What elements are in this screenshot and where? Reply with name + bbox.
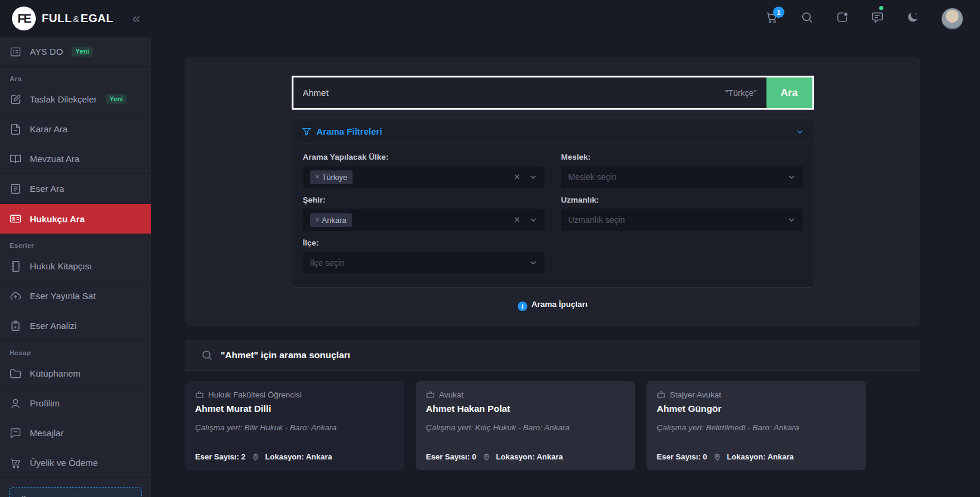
country-label: Arama Yapılacak Ülke: [303, 153, 545, 161]
search-submit-button[interactable]: Ara [766, 77, 812, 108]
lawyer-name: Ahmet Güngör [657, 403, 856, 414]
notifications-button[interactable] [836, 12, 849, 25]
main-content: "Türkçe" Ara Arama Filtreleri Arama Yapı… [151, 37, 980, 497]
sidebar: AYS DO Yeni Ara Taslak Dilekçeler Yeni K… [0, 37, 151, 497]
map-pin-icon [482, 452, 491, 461]
specialty-select[interactable]: Uzmanlık seçin [561, 209, 803, 231]
chevron-down-icon[interactable] [529, 259, 537, 267]
sidebar-item-profilim[interactable]: Profilim [0, 389, 151, 418]
info-icon: i [518, 302, 527, 311]
logo[interactable]: FE FULL&EGAL « [0, 7, 151, 30]
workplace-text: Çalışma yeri: Bilir Hukuk - Baro: Ankara [195, 423, 394, 432]
collapse-sidebar-icon[interactable]: « [132, 11, 140, 26]
sidebar-item-eser-analizi[interactable]: Eser Analizi [0, 311, 151, 341]
lawyer-name: Ahmet Hakan Polat [426, 403, 625, 414]
chat-icon [10, 427, 21, 439]
chevron-down-icon[interactable] [787, 216, 796, 224]
sidebar-item-ays-do[interactable]: AYS DO Yeni [0, 37, 151, 67]
clear-select-icon[interactable]: × [514, 172, 520, 182]
chevron-down-icon[interactable] [529, 173, 537, 181]
map-pin-icon [713, 452, 722, 461]
remove-tag-icon[interactable]: × [316, 173, 320, 181]
filter-body: Arama Yapılacak Ülke: ×Türkiye × Şehir: … [292, 144, 814, 287]
profession-label: Stajyer Avukat [670, 390, 721, 399]
sidebar-item-eser-ara[interactable]: Eser Ara [0, 174, 151, 204]
dark-mode-toggle[interactable] [906, 12, 919, 25]
sidebar-item-label: Eser Yayınla Sat [30, 291, 95, 301]
map-pin-icon [251, 452, 260, 461]
id-card-icon [10, 213, 21, 225]
district-select[interactable]: İlçe seçin [303, 251, 545, 274]
topbar: FE FULL&EGAL « 1 [0, 0, 980, 37]
yeni-badge: Yeni [72, 46, 94, 57]
filter-panel-header[interactable]: Arama Filtreleri [292, 119, 814, 144]
chevron-down-icon[interactable] [796, 128, 804, 136]
moon-icon [906, 11, 919, 26]
sidebar-item-uyelik-ve-odeme[interactable]: Üyelik ve Ödeme [0, 448, 151, 478]
profession-label: Avukat [439, 390, 463, 399]
district-placeholder: İlçe seçin [310, 258, 345, 268]
workplace-text: Çalışma yeri: Kılıç Hukuk - Baro: Ankara [426, 423, 625, 432]
lawyer-name: Ahmet Murat Dilli [195, 403, 394, 414]
search-panel: "Türkçe" Ara Arama Filtreleri Arama Yapı… [185, 57, 920, 327]
sidebar-item-label: Eser Analizi [30, 321, 76, 331]
city-select[interactable]: ×Ankara × [303, 209, 545, 231]
sidebar-item-karar-ara[interactable]: Karar Ara [0, 114, 151, 144]
city-label: Şehir: [303, 195, 545, 204]
sidebar-item-label: Eser Ara [30, 184, 64, 194]
messages-button[interactable] [871, 12, 884, 25]
sidebar-section-eserler: Eserler [0, 234, 151, 251]
folder-icon [10, 368, 21, 380]
sidebar-item-hukukcu-ara[interactable]: Hukukçu Ara [0, 204, 151, 234]
sidebar-item-kutuphanem[interactable]: Kütüphanem [0, 359, 151, 389]
sidebar-section-hesap: Hesap [0, 341, 151, 359]
works-count: Eser Sayısı: 2 [195, 452, 246, 461]
location-text: Lokasyon: Ankara [265, 452, 332, 461]
sidebar-item-eser-yayinla-sat[interactable]: Eser Yayınla Sat [0, 281, 151, 311]
country-select[interactable]: ×Türkiye × [303, 166, 545, 188]
logo-monogram: FE [12, 7, 36, 30]
profession-label: Meslek: [561, 153, 803, 161]
chevron-down-icon[interactable] [529, 216, 537, 224]
sidebar-item-label: Mesajlar [30, 428, 64, 438]
lawyer-card[interactable]: Stajyer Avukat Ahmet Güngör Çalışma yeri… [647, 381, 866, 470]
filter-column-left: Arama Yapılacak Ülke: ×Türkiye × Şehir: … [303, 153, 545, 274]
chevron-down-icon[interactable] [787, 173, 796, 181]
cart-button[interactable]: 1 [765, 12, 778, 25]
profession-select[interactable]: Meslek seçin [561, 166, 803, 188]
lawyer-card[interactable]: Avukat Ahmet Hakan Polat Çalışma yeri: K… [416, 381, 635, 470]
sidebar-item-label: Hukuk Kitapçısı [30, 261, 92, 271]
funnel-icon [302, 127, 311, 136]
remove-tag-icon[interactable]: × [316, 216, 320, 224]
search-button[interactable] [800, 12, 814, 25]
search-tips-link[interactable]: iArama İpuçları [185, 300, 920, 311]
clipboard-chart-icon [10, 320, 21, 332]
briefcase-icon [195, 390, 204, 399]
selected-city-tag: ×Ankara [310, 213, 352, 227]
sidebar-item-label: Üyelik ve Ödeme [30, 458, 98, 468]
avatar[interactable] [941, 8, 963, 30]
search-icon [201, 349, 213, 361]
sidebar-item-label: Taslak Dilekçeler [30, 94, 97, 104]
sidebar-item-mesajlar[interactable]: Mesajlar [0, 418, 151, 448]
clear-select-icon[interactable]: × [514, 215, 520, 225]
filter-panel: Arama Filtreleri Arama Yapılacak Ülke: ×… [292, 119, 814, 288]
lawyer-card[interactable]: Hukuk Fakültesi Öğrencisi Ahmet Murat Di… [185, 381, 404, 470]
filter-column-right: Meslek: Meslek seçin Uzmanlık: Uzmanlık … [561, 153, 803, 274]
searchbar: "Türkçe" Ara [292, 76, 814, 110]
sidebar-item-taslak-dilekceler[interactable]: Taslak Dilekçeler Yeni [0, 85, 151, 114]
works-count: Eser Sayısı: 0 [426, 452, 477, 461]
sidebar-item-mevzuat-ara[interactable]: Mevzuat Ara [0, 144, 151, 174]
yeni-badge: Yeni [106, 94, 128, 104]
notebook-icon [10, 260, 21, 272]
workplace-text: Çalışma yeri: Belirtilmedi - Baro: Ankar… [657, 423, 856, 432]
edit-icon [10, 94, 21, 105]
filter-panel-title: Arama Filtreleri [317, 126, 382, 136]
profession-placeholder: Meslek seçin [568, 172, 617, 182]
sidebar-item-hukuk-kitapcisi[interactable]: Hukuk Kitapçısı [0, 251, 151, 281]
briefcase-icon [426, 390, 435, 399]
search-tips-label: Arama İpuçları [531, 300, 588, 309]
search-input[interactable] [293, 77, 725, 108]
sidebar-section-ara: Ara [0, 67, 151, 85]
cart-icon [10, 457, 21, 469]
